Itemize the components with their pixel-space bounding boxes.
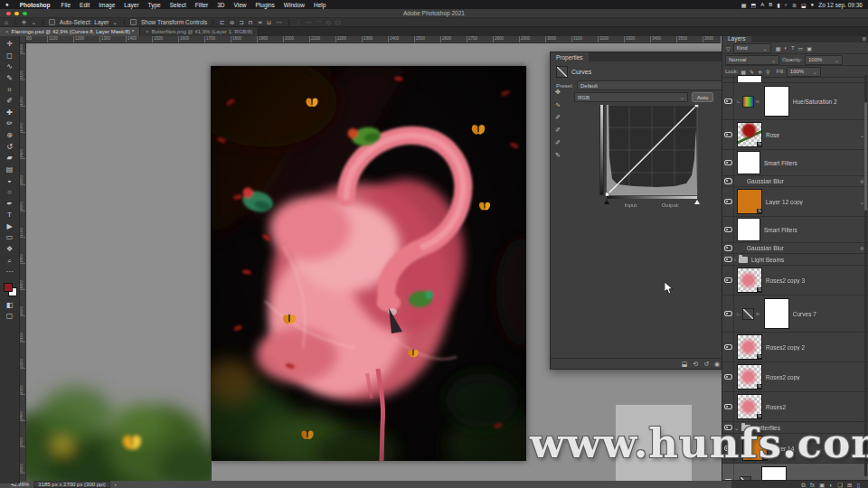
menu-photoshop[interactable]: Photoshop (15, 2, 55, 8)
eye-icon[interactable] (724, 199, 732, 205)
status-chevron-icon[interactable]: › (115, 482, 117, 487)
visibility-toggle-icon[interactable]: ◉ (714, 361, 720, 368)
eye-icon[interactable] (724, 257, 732, 263)
add-layer-mask-icon[interactable]: ▣ (819, 482, 825, 488)
previous-state-icon[interactable]: ⟲ (693, 361, 698, 368)
blend-mode-dropdown[interactable]: Normal ⌄ (725, 55, 779, 65)
eye-icon[interactable] (724, 227, 732, 233)
layer-thumbnail[interactable]: fx (737, 189, 762, 214)
siri-icon[interactable]: ● (811, 2, 815, 8)
edit-points-icon[interactable]: ∿ (555, 101, 561, 108)
targeted-adjustment-icon[interactable]: ✥ (555, 89, 561, 96)
horizontal-ruler[interactable]: 1000110012001300140015001600170018001900… (19, 36, 721, 43)
battery-icon[interactable]: ▮ (777, 2, 779, 8)
eye-icon[interactable] (724, 277, 732, 284)
new-adjustment-layer-icon[interactable]: ◐ (829, 482, 833, 488)
eye-icon[interactable] (724, 374, 732, 380)
eye-cell[interactable] (722, 392, 734, 421)
layer-row[interactable]: fxRoses2 copy (722, 362, 868, 392)
ruler-origin-corner[interactable] (19, 36, 26, 43)
menu-plugins[interactable]: Plugins (251, 2, 279, 8)
auto-button[interactable]: Auto (692, 92, 713, 102)
menu-select[interactable]: Select (165, 2, 191, 8)
menu-filter[interactable]: Filter (191, 2, 212, 8)
more-align-options-icon[interactable]: ⋯ (275, 19, 283, 26)
menu-layer[interactable]: Layer (119, 2, 143, 8)
dodge-tool[interactable]: ○ (3, 187, 16, 199)
layer-thumbnail[interactable]: fx (737, 394, 762, 419)
layer-thumbnail[interactable]: fx (737, 122, 762, 147)
gradient-tool[interactable]: ▤ (3, 164, 16, 176)
document-tab[interactable]: ×Butterflies.png @ 41,9% (Layer 1, RGB/8… (140, 27, 259, 36)
eye-cell[interactable] (722, 243, 734, 253)
reset-adjustment-icon[interactable]: ↺ (703, 361, 709, 368)
search-icon[interactable]: ⌕ (785, 2, 788, 8)
home-icon[interactable]: ⌂ (4, 19, 9, 25)
eyedropper-tool[interactable]: ✐ (3, 96, 16, 108)
close-tab-icon[interactable]: × (146, 29, 149, 34)
preset-dropdown[interactable]: Default ⌄ (577, 80, 731, 90)
screen-mode-icon[interactable]: ▢ (3, 311, 16, 323)
layer-row[interactable] (722, 75, 868, 83)
eye-cell[interactable] (722, 176, 734, 186)
pixel-filter-icon[interactable]: ▦ (775, 45, 782, 52)
eye-icon[interactable] (724, 99, 732, 105)
layer-row[interactable]: ∟∞Curves 7 (722, 296, 868, 333)
layer-name[interactable]: Roses2 copy 2 (766, 344, 805, 351)
eye-icon[interactable] (724, 160, 732, 166)
align-left-icon[interactable]: ⊏ (219, 19, 225, 26)
layer-thumbnail[interactable] (737, 75, 762, 83)
shape-tool[interactable]: ▭ (3, 232, 16, 244)
display-icon[interactable]: ⬒ (750, 2, 756, 8)
type-tool[interactable]: T (3, 210, 16, 221)
eye-cell[interactable] (722, 333, 734, 361)
adjustment-filter-icon[interactable]: ◐ (783, 45, 788, 52)
3d-rotate-icon[interactable]: ◠ (316, 19, 323, 26)
rectangular-marquee-tool[interactable]: ◻ (3, 51, 16, 62)
eye-cell[interactable] (722, 254, 734, 265)
opacity-dropdown[interactable]: 100% ⌄ (805, 55, 843, 65)
document-image[interactable] (211, 66, 526, 461)
group-chevron-icon[interactable]: › (734, 257, 736, 262)
menu-edit[interactable]: Edit (75, 2, 94, 8)
pencil-icon[interactable]: ✎ (555, 152, 561, 159)
menu-type[interactable]: Type (144, 2, 165, 8)
layer-name[interactable]: Roses2 copy 3 (766, 277, 805, 284)
align-top-icon[interactable]: ⊓ (248, 19, 254, 26)
layer-thumbnail[interactable]: fx (737, 267, 762, 293)
control-center-icon[interactable]: ⬓ (801, 2, 807, 8)
delete-layer-icon[interactable]: ▯ (856, 482, 860, 488)
smart-filter-mask-thumbnail[interactable] (737, 151, 760, 174)
layer-name[interactable]: Smart Filters (764, 227, 797, 233)
eye-cell[interactable] (722, 83, 734, 119)
tool-preset-caret-icon[interactable]: ⌄ (30, 19, 36, 26)
edit-toolbar-icon[interactable]: ⋯ (3, 267, 16, 278)
menu-window[interactable]: Window (279, 2, 309, 8)
keyboard-brightness-icon[interactable]: ▦ (741, 2, 747, 8)
new-layer-icon[interactable]: ⊞ (847, 482, 852, 488)
document-info-field[interactable]: 3185 px x 2700 px (300 ppi) (33, 481, 109, 488)
layer-name[interactable]: Smart Filters (764, 160, 797, 166)
layer-row[interactable]: Gaussian Blur≎ (722, 176, 868, 187)
lock-move-icon[interactable]: ✛ (757, 69, 763, 75)
lasso-tool[interactable]: ∿ (3, 61, 16, 73)
quick-selection-tool[interactable]: ✎ (3, 73, 16, 85)
foreground-color-swatch[interactable] (4, 283, 13, 292)
zoom-tool[interactable]: ⌕ (3, 255, 16, 267)
layer-effects-icon[interactable]: fx (810, 482, 815, 488)
distribute-h-icon[interactable]: ⋯ (305, 19, 313, 26)
layer-row[interactable]: fxRoses2 copy 3 (722, 266, 868, 296)
align-bottom-icon[interactable]: ⊔ (266, 19, 272, 26)
channel-dropdown[interactable]: RGB ⌄ (574, 92, 688, 102)
layer-mask-thumbnail[interactable] (761, 466, 787, 480)
layer-name[interactable]: Hue/Saturation 2 (793, 99, 837, 105)
layer-row[interactable]: fxRoses2 copy 2 (722, 333, 868, 362)
show-transform-checkbox[interactable] (130, 19, 137, 25)
eye-icon[interactable] (724, 344, 732, 351)
layer-name[interactable]: Curves 7 (793, 311, 816, 317)
move-tool[interactable]: ✛ (3, 39, 16, 51)
link-layers-icon[interactable]: ⧉ (801, 482, 806, 488)
healing-brush-tool[interactable]: ✚ (3, 108, 16, 119)
layer-name[interactable]: Roses2 (766, 404, 786, 410)
tab-properties[interactable]: Properties (551, 52, 589, 61)
